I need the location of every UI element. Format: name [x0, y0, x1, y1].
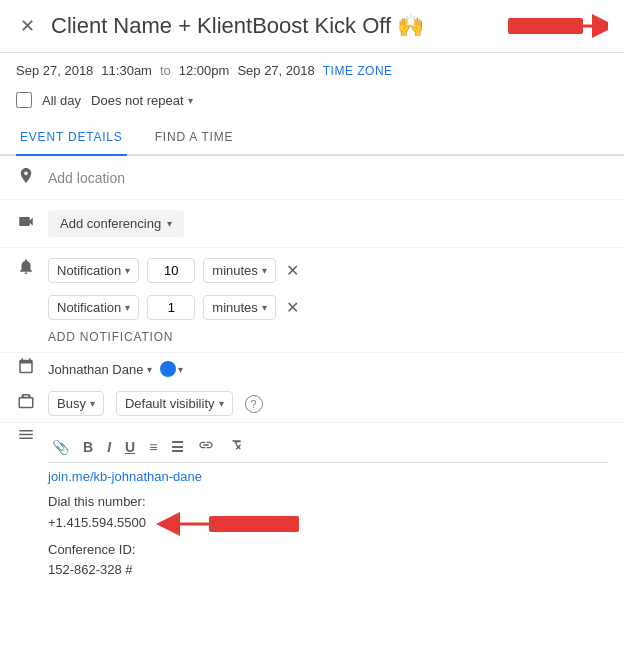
help-icon[interactable]: ?: [245, 395, 263, 413]
header: ✕: [0, 0, 624, 53]
add-notification-link[interactable]: ADD NOTIFICATION: [0, 326, 624, 352]
timezone-link[interactable]: TIME ZONE: [323, 64, 393, 78]
start-date[interactable]: Sep 27, 2018: [16, 63, 93, 78]
close-icon: ✕: [20, 16, 35, 36]
repeat-label: Does not repeat: [91, 93, 184, 108]
bell-icon: [16, 257, 36, 280]
description-text-block: Dial this number: +1.415.594.5500 Confer…: [48, 492, 146, 581]
chevron-down-icon: ▾: [178, 364, 183, 375]
tabs-bar: EVENT DETAILS FIND A TIME: [0, 120, 624, 156]
menu-lines-icon: [16, 426, 36, 449]
notification-type-2[interactable]: Notification ▾: [48, 295, 139, 320]
chevron-down-icon: ▾: [262, 265, 267, 276]
remove-notification-1[interactable]: ✕: [284, 259, 301, 282]
date-row: Sep 27, 2018 11:30am to 12:00pm Sep 27, …: [0, 53, 624, 88]
end-time[interactable]: 12:00pm: [179, 63, 230, 78]
notif-unit-label-2: minutes: [212, 300, 258, 315]
notif-unit-label-1: minutes: [212, 263, 258, 278]
dial-number-label: Dial this number:: [48, 492, 146, 513]
rich-text-toolbar: 📎 B I U ≡ ☰: [48, 431, 608, 463]
notification-type-1[interactable]: Notification ▾: [48, 258, 139, 283]
location-placeholder[interactable]: Add location: [48, 170, 125, 186]
notification-unit-1[interactable]: minutes ▾: [203, 258, 276, 283]
description-row: 📎 B I U ≡ ☰ join.me/kb-johnathan-dane Di: [0, 422, 624, 589]
svg-rect-0: [508, 18, 583, 34]
chevron-down-icon: ▾: [125, 265, 130, 276]
dial-number-value: +1.415.594.5500: [48, 513, 146, 534]
allday-row: All day Does not repeat ▾: [0, 88, 624, 120]
conference-id-label: Conference ID:: [48, 540, 146, 561]
link-button[interactable]: [194, 435, 218, 458]
ordered-list-button[interactable]: ≡: [145, 437, 161, 457]
notification-unit-2[interactable]: minutes ▾: [203, 295, 276, 320]
unordered-list-button[interactable]: ☰: [167, 437, 188, 457]
start-time[interactable]: 11:30am: [101, 63, 152, 78]
busy-select[interactable]: Busy ▾: [48, 391, 104, 416]
red-arrow-title: [498, 10, 608, 42]
visibility-select[interactable]: Default visibility ▾: [116, 391, 233, 416]
attach-button[interactable]: 📎: [48, 437, 73, 457]
allday-label: All day: [42, 93, 81, 108]
location-icon: [16, 166, 36, 189]
busy-visibility-row: Busy ▾ Default visibility ▾ ?: [0, 385, 624, 422]
description-content: join.me/kb-johnathan-dane Dial this numb…: [48, 469, 608, 581]
notification-row-1: Notification ▾ minutes ▾ ✕: [0, 248, 624, 289]
owner-name: Johnathan Dane: [48, 362, 143, 377]
event-title-input[interactable]: [51, 13, 486, 39]
repeat-dropdown[interactable]: Does not repeat ▾: [91, 93, 193, 108]
italic-button[interactable]: I: [103, 437, 115, 457]
tab-find-time[interactable]: FIND A TIME: [151, 120, 238, 156]
close-button[interactable]: ✕: [16, 11, 39, 41]
location-row: Add location: [0, 156, 624, 200]
busy-label: Busy: [57, 396, 86, 411]
color-picker[interactable]: ▾: [160, 361, 183, 377]
notif-type-label-1: Notification: [57, 263, 121, 278]
briefcase-icon: [16, 392, 36, 415]
conference-link[interactable]: join.me/kb-johnathan-dane: [48, 469, 608, 484]
chevron-down-icon: ▾: [219, 398, 224, 409]
event-details-content: Add location Add conferencing ▾ Notifica…: [0, 156, 624, 589]
chevron-down-icon: ▾: [90, 398, 95, 409]
add-conferencing-button[interactable]: Add conferencing ▾: [48, 210, 184, 237]
description-area[interactable]: 📎 B I U ≡ ☰ join.me/kb-johnathan-dane Di: [48, 431, 608, 581]
video-icon: [16, 212, 36, 235]
allday-checkbox[interactable]: [16, 92, 32, 108]
chevron-down-icon: ▾: [147, 364, 152, 375]
calendar-icon: [16, 358, 36, 381]
remove-format-button[interactable]: [224, 435, 248, 458]
calendar-color-dot: [160, 361, 176, 377]
conferencing-label: Add conferencing: [60, 216, 161, 231]
bold-button[interactable]: B: [79, 437, 97, 457]
calendar-owner-select[interactable]: Johnathan Dane ▾: [48, 362, 152, 377]
conference-id-value: 152-862-328 #: [48, 560, 146, 581]
conferencing-row: Add conferencing ▾: [0, 200, 624, 248]
time-separator: to: [160, 63, 171, 78]
chevron-down-icon: ▾: [125, 302, 130, 313]
tab-event-details[interactable]: EVENT DETAILS: [16, 120, 127, 156]
notification-value-1[interactable]: [147, 258, 195, 283]
notification-row-2: Notification ▾ minutes ▾ ✕: [0, 289, 624, 326]
chevron-down-icon: ▾: [167, 218, 172, 229]
chevron-down-icon: ▾: [188, 95, 193, 106]
red-arrow-dialnum: [154, 508, 314, 540]
notif-type-label-2: Notification: [57, 300, 121, 315]
end-date[interactable]: Sep 27, 2018: [237, 63, 314, 78]
calendar-owner-row: Johnathan Dane ▾ ▾: [0, 352, 624, 385]
visibility-label: Default visibility: [125, 396, 215, 411]
svg-rect-2: [209, 516, 299, 532]
underline-button[interactable]: U: [121, 437, 139, 457]
notification-value-2[interactable]: [147, 295, 195, 320]
chevron-down-icon: ▾: [262, 302, 267, 313]
remove-notification-2[interactable]: ✕: [284, 296, 301, 319]
